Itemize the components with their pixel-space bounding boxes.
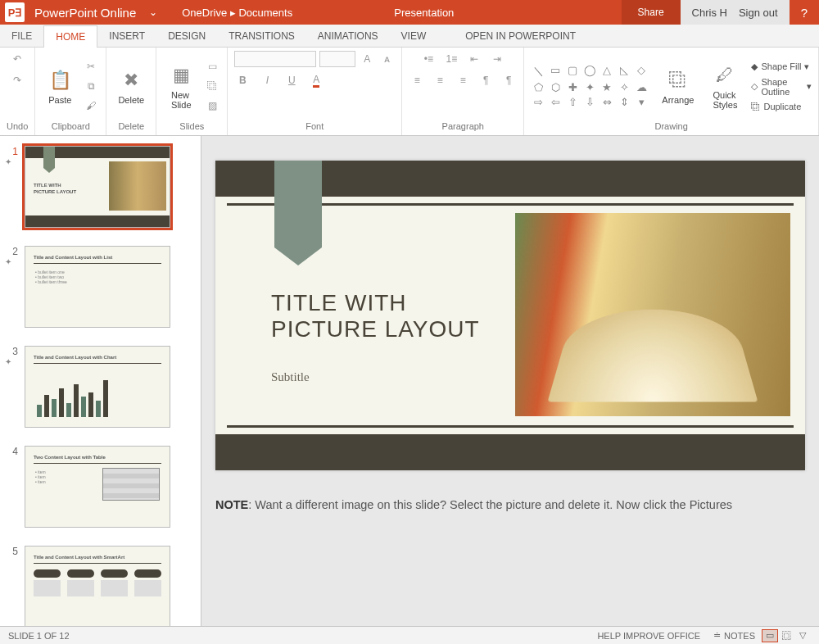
- bold-icon[interactable]: B: [234, 72, 251, 88]
- tab-file[interactable]: FILE: [0, 25, 43, 47]
- tab-transitions[interactable]: TRANSITIONS: [217, 25, 306, 47]
- document-title[interactable]: Presentation: [292, 7, 621, 19]
- slide-picture-placeholder[interactable]: [515, 213, 790, 416]
- align-left-icon[interactable]: ≡: [409, 72, 425, 88]
- align-right-icon[interactable]: ≡: [455, 72, 471, 88]
- thumbnail-4[interactable]: Two Content Layout with Table • item• it…: [25, 446, 170, 528]
- notes-text: : Want a different image on this slide? …: [248, 498, 732, 511]
- slide-editor[interactable]: TITLE WITH PICTURE LAYOUT Subtitle NOTE:…: [201, 136, 819, 626]
- shape-arrow-lr-icon[interactable]: ⇔: [600, 96, 614, 108]
- shrink-font-icon[interactable]: ᴀ: [378, 51, 395, 67]
- shape-callout-icon[interactable]: ✧: [617, 81, 631, 93]
- new-slide-button[interactable]: ▦ New Slide: [163, 59, 199, 113]
- shape-cloud-icon[interactable]: ☁: [634, 81, 649, 93]
- shape-diamond-icon[interactable]: ◇: [634, 64, 649, 79]
- notes-label: NOTE: [215, 498, 248, 511]
- slide-bottom-band: [215, 434, 805, 470]
- grow-font-icon[interactable]: A: [359, 51, 375, 67]
- shape-fill-button[interactable]: ◆Shape Fill▾: [751, 61, 809, 72]
- help-button[interactable]: ?: [790, 6, 819, 20]
- breadcrumb-root[interactable]: OneDrive: [182, 7, 227, 19]
- thumb-row-3[interactable]: 3✦ Title and Content Layout with Chart: [5, 346, 196, 428]
- shape-rtri-icon[interactable]: ◺: [617, 64, 631, 79]
- app-icon: P∃: [5, 2, 25, 22]
- shapes-more-icon[interactable]: ▾: [634, 96, 649, 108]
- font-size-dropdown[interactable]: [319, 51, 355, 67]
- shape-plus-icon[interactable]: ✚: [565, 81, 580, 93]
- redo-icon[interactable]: ↷: [9, 72, 25, 88]
- reading-view-icon[interactable]: ⿴: [778, 629, 794, 642]
- copy-icon[interactable]: ⧉: [83, 78, 99, 94]
- thumbnail-3[interactable]: Title and Content Layout with Chart: [25, 346, 170, 428]
- shape-outline-button[interactable]: ◇Shape Outline▾: [751, 77, 812, 97]
- animation-star-icon: ✦: [5, 257, 18, 266]
- layout-icon[interactable]: ▭: [204, 58, 220, 75]
- thumb-row-1[interactable]: 1✦ TITLE WITH PICTURE LAYOUT: [5, 146, 196, 228]
- format-painter-icon[interactable]: 🖌: [83, 98, 99, 114]
- notes-pane[interactable]: NOTE: Want a different image on this sli…: [215, 498, 805, 511]
- shape-tri-icon[interactable]: △: [600, 64, 614, 79]
- shape-arrow-u-icon[interactable]: ⇧: [565, 96, 580, 108]
- delete-button[interactable]: ✖ Delete: [113, 64, 149, 108]
- thumbnail-2[interactable]: Title and Content Layout with List • bul…: [25, 246, 170, 328]
- shape-arrow-d-icon[interactable]: ⇩: [582, 96, 597, 108]
- undo-icon[interactable]: ↶: [9, 51, 25, 67]
- share-button[interactable]: Share: [622, 0, 681, 25]
- thumb-row-4[interactable]: 4 Two Content Layout with Table • item• …: [5, 446, 196, 528]
- slideshow-view-icon[interactable]: ▽: [794, 629, 811, 642]
- shape-oval-icon[interactable]: ◯: [582, 64, 597, 79]
- shape-rrect-icon[interactable]: ▢: [565, 64, 580, 79]
- tab-insert[interactable]: INSERT: [97, 25, 156, 47]
- rtl-icon[interactable]: ¶: [500, 72, 517, 88]
- user-name[interactable]: Chris H: [692, 7, 727, 19]
- shape-rect-icon[interactable]: ▭: [548, 64, 563, 79]
- shape-pent-icon[interactable]: ⬠: [531, 81, 545, 93]
- duplicate-button[interactable]: ⿻Duplicate: [751, 102, 801, 111]
- thumbnail-panel[interactable]: 1✦ TITLE WITH PICTURE LAYOUT 2✦ Title an…: [0, 136, 201, 626]
- help-improve-link[interactable]: HELP IMPROVE OFFICE: [590, 631, 707, 641]
- breadcrumb-folder[interactable]: Documents: [238, 7, 292, 19]
- shape-star5-icon[interactable]: ★: [600, 81, 614, 93]
- shape-arrow-l-icon[interactable]: ⇦: [548, 96, 563, 108]
- shape-line-icon[interactable]: ＼: [531, 64, 545, 79]
- shape-hex-icon[interactable]: ⬡: [548, 81, 563, 93]
- thumb-row-5[interactable]: 5 Title and Content Layout with SmartArt: [5, 546, 196, 626]
- paste-button[interactable]: 📋 Paste: [42, 64, 78, 108]
- font-name-dropdown[interactable]: [234, 51, 316, 67]
- slide-canvas[interactable]: TITLE WITH PICTURE LAYOUT Subtitle: [215, 161, 805, 470]
- tab-open-in-powerpoint[interactable]: OPEN IN POWERPOINT: [454, 25, 587, 47]
- hide-slide-icon[interactable]: ▨: [204, 98, 220, 114]
- animation-star-icon: ✦: [5, 357, 18, 366]
- align-center-icon[interactable]: ≡: [432, 72, 448, 88]
- signout-link[interactable]: Sign out: [739, 7, 778, 19]
- decrease-indent-icon[interactable]: ⇤: [466, 51, 482, 67]
- notes-toggle[interactable]: ≐NOTES: [707, 630, 762, 641]
- bullets-icon[interactable]: •≡: [420, 51, 437, 67]
- shape-star-icon[interactable]: ✦: [582, 81, 597, 93]
- tab-view[interactable]: VIEW: [390, 25, 438, 47]
- quick-styles-button[interactable]: 🖊 Quick Styles: [707, 59, 743, 113]
- tab-design[interactable]: DESIGN: [156, 25, 217, 47]
- slide-subtitle[interactable]: Subtitle: [271, 370, 310, 384]
- thumbnail-5[interactable]: Title and Content Layout with SmartArt: [25, 546, 170, 626]
- text-direction-icon[interactable]: ¶: [477, 72, 494, 88]
- numbering-icon[interactable]: 1≡: [443, 51, 459, 67]
- shape-arrow-r-icon[interactable]: ⇨: [531, 96, 545, 108]
- increase-indent-icon[interactable]: ⇥: [489, 51, 505, 67]
- duplicate-slide-icon[interactable]: ⿻: [204, 78, 220, 94]
- shape-arrow-ud-icon[interactable]: ⇕: [617, 96, 631, 108]
- delete-icon: ✖: [118, 67, 144, 93]
- cut-icon[interactable]: ✂: [83, 58, 99, 75]
- shapes-gallery[interactable]: ＼▭▢◯△◺◇ ⬠⬡✚✦★✧☁ ⇨⇦⇧⇩⇔⇕▾: [531, 64, 649, 108]
- tab-home[interactable]: HOME: [43, 25, 97, 48]
- app-switcher-chevron[interactable]: ⌄: [141, 7, 165, 18]
- tab-animations[interactable]: ANIMATIONS: [306, 25, 390, 47]
- thumbnail-1[interactable]: TITLE WITH PICTURE LAYOUT: [25, 146, 170, 228]
- underline-icon[interactable]: U: [283, 72, 300, 88]
- normal-view-icon[interactable]: ▭: [762, 629, 778, 642]
- font-color-icon[interactable]: A: [308, 72, 324, 88]
- thumb-row-2[interactable]: 2✦ Title and Content Layout with List • …: [5, 246, 196, 328]
- arrange-button[interactable]: ⿻ Arrange: [657, 64, 699, 108]
- slide-title[interactable]: TITLE WITH PICTURE LAYOUT: [271, 290, 480, 342]
- italic-icon[interactable]: I: [259, 72, 275, 88]
